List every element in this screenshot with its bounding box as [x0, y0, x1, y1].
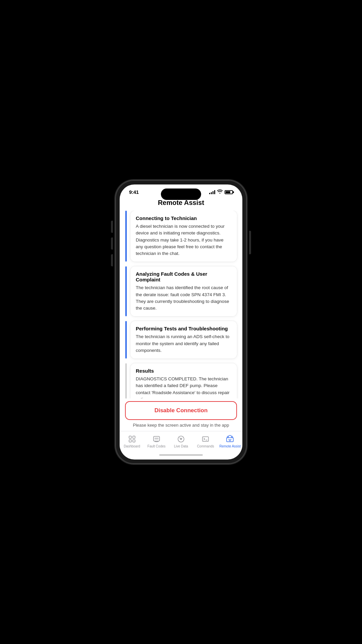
card-analyzing: Analyzing Fault Codes & User Complaint T…: [130, 266, 237, 316]
home-indicator: [120, 450, 242, 460]
signal-icon: [209, 190, 215, 194]
card-testing-title: Performing Tests and Troubleshooting: [136, 326, 232, 331]
disable-connection-button[interactable]: Disable Connection: [125, 401, 237, 420]
card-analyzing-title: Analyzing Fault Codes & User Complaint: [136, 271, 232, 282]
nav-label-commands: Commands: [197, 444, 214, 448]
card-testing-body: The technician is running an ADS self-ch…: [136, 333, 232, 354]
svg-rect-3: [133, 440, 135, 442]
phone-screen: 9:41 Remote Assist: [120, 184, 242, 460]
nav-item-dashboard[interactable]: Dashboard: [120, 434, 144, 449]
status-icons: [209, 190, 233, 195]
home-bar: [159, 454, 203, 456]
wifi-icon: [217, 190, 223, 195]
svg-rect-4: [154, 436, 160, 441]
card-connecting: Connecting to Technician A diesel techni…: [130, 211, 237, 262]
status-time: 9:41: [129, 189, 139, 195]
timeline-card-connecting: Connecting to Technician A diesel techni…: [125, 211, 237, 262]
timeline-line-3: [125, 321, 127, 359]
card-results-body: DIAGNOSTICS COMPLETED. The technician ha…: [136, 376, 232, 398]
battery-icon: [225, 190, 233, 194]
card-connecting-title: Connecting to Technician: [136, 215, 232, 221]
svg-rect-1: [133, 436, 135, 438]
nav-label-remote-assist: Remote Assist: [219, 444, 241, 448]
nav-label-live-data: Live Data: [174, 444, 188, 448]
svg-rect-7: [202, 437, 208, 441]
commands-icon: [201, 435, 210, 443]
timeline-card-analyzing: Analyzing Fault Codes & User Complaint T…: [125, 266, 237, 316]
nav-item-live-data[interactable]: Live Data: [169, 434, 193, 449]
card-analyzing-body: The technician has identified the root c…: [136, 284, 232, 312]
nav-item-remote-assist[interactable]: Remote Assist: [218, 434, 242, 449]
keep-screen-hint: Please keep the screen active and stay i…: [125, 423, 237, 428]
bottom-nav: Dashboard Fault Codes: [120, 431, 242, 450]
timeline-card-testing: Performing Tests and Troubleshooting The…: [125, 321, 237, 359]
bottom-action-area: Disable Connection Please keep the scree…: [120, 398, 242, 431]
dashboard-icon: [128, 435, 136, 443]
remote-assist-icon: [226, 435, 234, 443]
nav-label-fault-codes: Fault Codes: [147, 444, 166, 448]
svg-rect-2: [129, 440, 131, 442]
live-data-icon: [177, 435, 185, 443]
nav-item-commands[interactable]: Commands: [193, 434, 218, 449]
card-results-title: Results: [136, 368, 232, 374]
svg-rect-0: [129, 436, 131, 438]
nav-item-fault-codes[interactable]: Fault Codes: [144, 434, 169, 449]
svg-point-6: [181, 439, 182, 440]
timeline-scroll[interactable]: Connecting to Technician A diesel techni…: [120, 211, 242, 398]
timeline-line-2: [125, 266, 127, 316]
dynamic-island: [161, 189, 201, 200]
timeline-line-4: [125, 363, 127, 398]
card-connecting-body: A diesel technician is now connected to …: [136, 223, 232, 257]
timeline-line-1: [125, 211, 127, 262]
timeline-card-results: Results DIAGNOSTICS COMPLETED. The techn…: [125, 363, 237, 398]
fault-codes-icon: [152, 435, 161, 443]
card-testing: Performing Tests and Troubleshooting The…: [130, 321, 237, 359]
nav-label-dashboard: Dashboard: [124, 444, 140, 448]
phone-frame: 9:41 Remote Assist: [116, 180, 246, 464]
card-results: Results DIAGNOSTICS COMPLETED. The techn…: [130, 363, 237, 398]
